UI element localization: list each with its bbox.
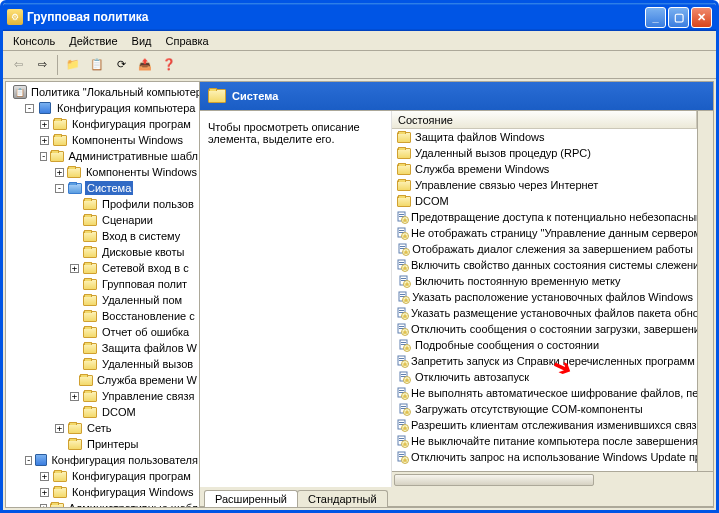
menu-console[interactable]: Консоль <box>7 33 61 49</box>
folder-icon <box>82 197 98 211</box>
expand-icon[interactable]: + <box>40 488 49 497</box>
forward-button[interactable]: ⇨ <box>31 54 53 76</box>
policy-icon <box>396 450 408 464</box>
tab-extended[interactable]: Расширенный <box>204 490 298 507</box>
tree-node-prog_cfg[interactable]: +Конфигурация програм <box>6 116 199 132</box>
list-policy[interactable]: Указать расположение установочных файлов… <box>392 289 697 305</box>
list-policy[interactable]: Отключить сообщения о состоянии загрузки… <box>392 321 697 337</box>
tree-node-win_time[interactable]: Служба времени W <box>6 372 199 388</box>
tree-node-win_comp[interactable]: +Компоненты Windows <box>6 164 199 180</box>
list-folder[interactable]: DCOM <box>392 193 697 209</box>
list-policy[interactable]: Указать размещение установочных файлов п… <box>392 305 697 321</box>
expand-icon[interactable]: + <box>55 424 64 433</box>
tree-node-comp_cfg[interactable]: -Конфигурация компьютера <box>6 100 199 116</box>
folder-icon <box>52 117 68 131</box>
tree-node-printers[interactable]: Принтеры <box>6 436 199 452</box>
list-policy[interactable]: Не отображать страницу "Управление данны… <box>392 225 697 241</box>
spacer <box>55 440 64 449</box>
tree-pane[interactable]: 📋Политика "Локальный компьютер"-Конфигур… <box>6 82 200 507</box>
help-button[interactable]: ❓ <box>158 54 180 76</box>
tree-node-scripts[interactable]: Сценарии <box>6 212 199 228</box>
maximize-button[interactable]: ▢ <box>668 7 689 28</box>
tree-node-remote_assist[interactable]: Удаленный пом <box>6 292 199 308</box>
collapse-icon[interactable]: - <box>25 456 32 465</box>
list-policy[interactable]: Не выключайте питание компьютера после з… <box>392 433 697 449</box>
tree-node-conn_mgmt[interactable]: +Управление связя <box>6 388 199 404</box>
close-button[interactable]: ✕ <box>691 7 712 28</box>
menu-action[interactable]: Действие <box>63 33 123 49</box>
tree-node-admin_tmpl2[interactable]: +Административные шабл <box>6 500 199 507</box>
tree-node-win_cfg[interactable]: +Конфигурация Windows <box>6 484 199 500</box>
list-policy[interactable]: Отображать диалог слежения за завершение… <box>392 241 697 257</box>
export-button[interactable]: 📤 <box>134 54 156 76</box>
list-policy[interactable]: Разрешить клиентам отслеживания изменивш… <box>392 417 697 433</box>
expand-icon[interactable]: + <box>40 504 47 508</box>
expand-icon[interactable]: + <box>40 136 49 145</box>
list-policy[interactable]: Отключить автозапуск <box>392 369 697 385</box>
list-folder[interactable]: Управление связью через Интернет <box>392 177 697 193</box>
expand-icon[interactable]: + <box>55 168 64 177</box>
policy-icon <box>396 242 409 256</box>
list-item-label: Разрешить клиентам отслеживания изменивш… <box>411 419 697 431</box>
expand-icon[interactable]: + <box>70 264 79 273</box>
tree-node-win_comp[interactable]: +Компоненты Windows <box>6 132 199 148</box>
toolbar: ⇦ ⇨ 📁 📋 ⟳ 📤 ❓ <box>3 51 716 79</box>
tree-node-dcom[interactable]: DCOM <box>6 404 199 420</box>
tree-node-network[interactable]: +Сеть <box>6 420 199 436</box>
list-folder[interactable]: Служба времени Windows <box>392 161 697 177</box>
list-policy[interactable]: Включить постоянную временную метку <box>392 273 697 289</box>
titlebar[interactable]: ⚙ Групповая политика _ ▢ ✕ <box>3 3 716 31</box>
expand-icon[interactable]: + <box>40 120 49 129</box>
collapse-icon[interactable]: - <box>40 152 47 161</box>
list-policy[interactable]: Включить свойство данных состояния систе… <box>392 257 697 273</box>
policy-icon <box>396 434 408 448</box>
list-folder[interactable]: Защита файлов Windows <box>392 129 697 145</box>
tree-node-remote_call[interactable]: Удаленный вызов <box>6 356 199 372</box>
policy-list[interactable]: Защита файлов WindowsУдаленный вызов про… <box>392 129 697 471</box>
tree-node-user_profiles[interactable]: Профили пользов <box>6 196 199 212</box>
list-item-label: Загружать отсутствующие COM-компоненты <box>415 403 643 415</box>
tree-node-disk_quotas[interactable]: Дисковые квоты <box>6 244 199 260</box>
menu-view[interactable]: Вид <box>126 33 158 49</box>
svg-rect-1 <box>399 214 404 215</box>
tree-node-error_report[interactable]: Отчет об ошибка <box>6 324 199 340</box>
list-hscroll[interactable] <box>392 471 713 487</box>
tree-label: Сценарии <box>100 213 155 227</box>
list-vscroll[interactable] <box>697 111 713 471</box>
list-item-label: Включить постоянную временную метку <box>415 275 620 287</box>
tree-node-sys_restore[interactable]: Восстановление с <box>6 308 199 324</box>
expand-icon[interactable]: + <box>40 472 49 481</box>
tree-node-prog_cfg2[interactable]: +Конфигурация програм <box>6 468 199 484</box>
tree-node-root[interactable]: 📋Политика "Локальный компьютер" <box>6 84 199 100</box>
menu-help[interactable]: Справка <box>160 33 215 49</box>
collapse-icon[interactable]: - <box>25 104 34 113</box>
svg-rect-9 <box>400 246 405 247</box>
tree-node-system[interactable]: -Система <box>6 180 199 196</box>
tab-standard[interactable]: Стандартный <box>297 490 388 507</box>
tree-node-net_logon[interactable]: +Сетевой вход в с <box>6 260 199 276</box>
tree-node-win_file_prot[interactable]: Защита файлов W <box>6 340 199 356</box>
list-policy[interactable]: Отключить запрос на использование Window… <box>392 449 697 465</box>
list-policy[interactable]: Не выполнять автоматическое шифрование ф… <box>392 385 697 401</box>
svg-rect-5 <box>399 230 404 231</box>
list-policy[interactable]: Подробные сообщения о состоянии <box>392 337 697 353</box>
column-header-state[interactable]: Состояние <box>392 111 697 129</box>
list-folder[interactable]: Удаленный вызов процедур (RPC) <box>392 145 697 161</box>
collapse-icon[interactable]: - <box>55 184 64 193</box>
list-item-label: Отключить запрос на использование Window… <box>411 451 697 463</box>
tree-node-admin_tmpl[interactable]: -Административные шабл <box>6 148 199 164</box>
tree-label: Управление связя <box>100 389 196 403</box>
list-policy[interactable]: Предотвращение доступа к потенциально не… <box>392 209 697 225</box>
tree-node-user_cfg[interactable]: -Конфигурация пользователя <box>6 452 199 468</box>
minimize-button[interactable]: _ <box>645 7 666 28</box>
prop-button[interactable]: 📋 <box>86 54 108 76</box>
policy-icon <box>396 210 408 224</box>
up-button[interactable]: 📁 <box>62 54 84 76</box>
policy-icon <box>396 290 409 304</box>
list-policy[interactable]: Запретить запуск из Справки перечисленны… <box>392 353 697 369</box>
expand-icon[interactable]: + <box>70 392 79 401</box>
tree-node-logon[interactable]: Вход в систему <box>6 228 199 244</box>
refresh-button[interactable]: ⟳ <box>110 54 132 76</box>
tree-node-group_policy[interactable]: Групповая полит <box>6 276 199 292</box>
list-policy[interactable]: Загружать отсутствующие COM-компоненты <box>392 401 697 417</box>
